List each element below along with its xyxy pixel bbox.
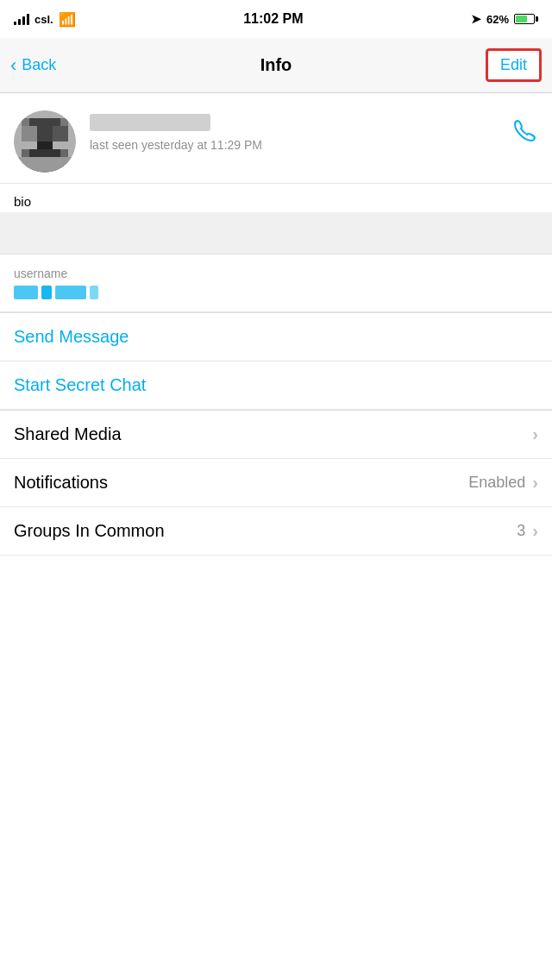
status-time: 11:02 PM (243, 11, 303, 27)
svg-rect-9 (60, 118, 68, 126)
svg-rect-6 (29, 149, 60, 157)
carrier-label: csl. (34, 13, 53, 26)
avatar (14, 110, 76, 173)
notifications-item[interactable]: Notifications Enabled › (0, 459, 552, 507)
location-icon: ➤ (471, 12, 481, 26)
nav-bar: ‹ Back Info Edit (0, 38, 552, 93)
bio-content (0, 212, 552, 254)
svg-rect-3 (53, 126, 68, 141)
shared-media-right: › (532, 424, 538, 444)
start-secret-chat-button[interactable]: Start Secret Chat (0, 361, 552, 409)
bio-label: bio (14, 194, 538, 209)
groups-in-common-label: Groups In Common (14, 521, 165, 541)
svg-rect-2 (22, 126, 37, 141)
profile-status: last seen yesterday at 11:29 PM (90, 138, 499, 152)
notifications-label: Notifications (14, 473, 108, 493)
profile-name (90, 114, 210, 131)
groups-in-common-item[interactable]: Groups In Common 3 › (0, 507, 552, 556)
action-section: Send Message Start Secret Chat (0, 313, 552, 410)
status-left: csl. 📶 (14, 11, 76, 28)
list-section: Shared Media › Notifications Enabled › G… (0, 411, 552, 556)
groups-in-common-value: 3 (517, 522, 525, 540)
groups-in-common-right: 3 › (517, 521, 538, 541)
shared-media-item[interactable]: Shared Media › (0, 411, 552, 459)
profile-section: last seen yesterday at 11:29 PM (0, 93, 552, 184)
username-label: username (14, 267, 538, 280)
signal-bars (14, 13, 29, 25)
back-label[interactable]: Back (22, 56, 56, 74)
notifications-right: Enabled › (468, 473, 538, 493)
status-bar: csl. 📶 11:02 PM ➤ 62% (0, 0, 552, 38)
send-message-button[interactable]: Send Message (0, 313, 552, 361)
username-section: username (0, 254, 552, 312)
svg-rect-7 (14, 157, 76, 173)
page-title: Info (260, 55, 292, 75)
wifi-icon: 📶 (59, 11, 76, 28)
status-right: ➤ 62% (471, 12, 538, 26)
phone-icon[interactable] (512, 117, 538, 149)
notifications-chevron: › (532, 473, 538, 493)
notifications-value: Enabled (468, 474, 525, 492)
svg-rect-8 (22, 118, 29, 126)
svg-rect-4 (37, 141, 53, 149)
edit-button[interactable]: Edit (486, 48, 542, 82)
back-button[interactable]: ‹ Back (10, 54, 56, 77)
username-value (14, 286, 538, 299)
back-chevron-icon: ‹ (10, 54, 16, 77)
bio-section: bio (0, 184, 552, 209)
battery-icon (514, 14, 538, 24)
battery-percent: 62% (486, 13, 509, 26)
shared-media-label: Shared Media (14, 424, 122, 444)
shared-media-chevron: › (532, 424, 538, 444)
groups-in-common-chevron: › (532, 521, 538, 541)
profile-info: last seen yesterday at 11:29 PM (90, 110, 499, 152)
